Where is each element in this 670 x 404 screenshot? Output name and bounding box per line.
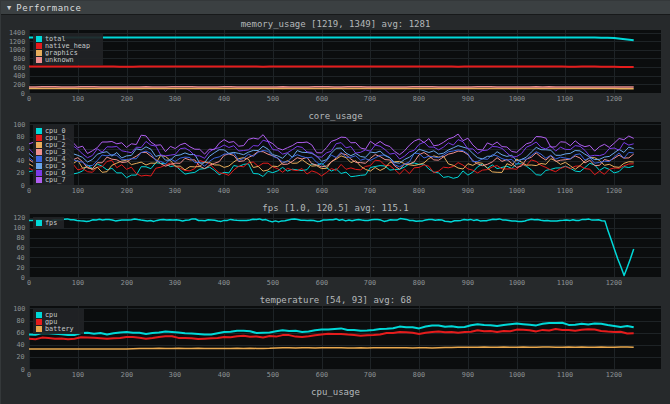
legend-swatch (36, 170, 42, 176)
x-axis-tick-label: 900 (462, 279, 474, 287)
legend-label: cpu_2 (45, 142, 65, 148)
x-axis-tick-label: 400 (218, 187, 230, 195)
legend-swatch (36, 36, 42, 42)
y-axis-tick-label: 1000 (9, 46, 25, 54)
y-axis-tick-label: 20 (17, 263, 25, 271)
x-axis-tick-label: 500 (267, 187, 279, 195)
x-axis-tick-label: 300 (169, 95, 181, 103)
plot-area[interactable]: cpu_0cpu_1cpu_2cpu_3cpu_4cpu_5cpu_6cpu_7 (29, 122, 661, 185)
y-axis-tick-label: 100 (13, 305, 25, 313)
legend-swatch (36, 220, 42, 226)
x-axis-tick-label: 400 (218, 279, 230, 287)
series-line-native_heap (29, 67, 634, 68)
performance-panel-header[interactable]: ▼ Performance (1, 1, 670, 15)
legend-label: native_heap (45, 43, 90, 49)
y-axis-tick-label: 60 (17, 244, 25, 252)
legend-label: unknown (45, 57, 74, 63)
y-axis-tick-label: 0 (21, 273, 25, 281)
legend-label: gpu (45, 319, 57, 325)
legend-item-cpu_7[interactable]: cpu_7 (36, 176, 69, 183)
y-axis-tick-label: 40 (17, 253, 25, 261)
x-axis-tick-label: 300 (169, 279, 181, 287)
y-axis-tick-label: 0 (21, 181, 25, 189)
y-axis: 020406080100 (1, 122, 29, 185)
x-axis-tick-label: 1200 (606, 279, 622, 287)
legend-label: fps (45, 220, 57, 226)
legend-swatch (36, 135, 42, 141)
legend-item-unknown[interactable]: unknown (36, 56, 98, 63)
y-axis-tick-label: 200 (13, 81, 25, 89)
legend: cpugpubattery (33, 309, 84, 334)
x-axis-tick-label: 200 (120, 95, 132, 103)
x-axis-tick-label: 1000 (508, 187, 524, 195)
performance-panel-title: Performance (16, 1, 81, 15)
plot-area[interactable]: cpugpubattery (29, 306, 661, 369)
x-axis-tick-label: 400 (218, 371, 230, 379)
x-axis-tick-label: 1000 (508, 279, 524, 287)
x-axis-tick-label: 1100 (557, 187, 573, 195)
chart-temperature: temperature [54, 93] avg: 68020406080100… (1, 294, 670, 380)
plot-svg (29, 30, 661, 93)
chart-title: core_usage (1, 110, 670, 122)
y-axis-tick-label: 100 (13, 121, 25, 129)
x-axis-tick-label: 0 (27, 371, 31, 379)
plot-area[interactable]: fps (29, 214, 661, 277)
x-axis-tick-label: 600 (315, 371, 327, 379)
chart-fps: fps [1.0, 120.5] avg: 115.10204060801001… (1, 202, 670, 288)
y-axis-tick-label: 40 (17, 157, 25, 165)
y-axis-tick-label: 120 (13, 214, 25, 222)
charts-panel: memory_usage [1219, 1349] avg: 128102004… (1, 18, 670, 398)
legend-item-cpu[interactable]: cpu (36, 311, 79, 318)
plot-area[interactable]: totalnative_heapgraphicsunknown (29, 30, 661, 93)
legend-label: cpu_3 (45, 149, 65, 155)
x-axis-tick-label: 200 (120, 371, 132, 379)
legend-label: cpu_5 (45, 163, 65, 169)
series-line-battery (29, 347, 634, 349)
chart-title: temperature [54, 93] avg: 68 (1, 294, 670, 306)
x-axis-tick-label: 600 (315, 187, 327, 195)
legend-item-fps[interactable]: fps (36, 219, 59, 226)
x-axis-tick-label: 1100 (557, 371, 573, 379)
y-axis-tick-label: 40 (17, 341, 25, 349)
plot-row: 020406080100cpugpubattery (1, 306, 670, 369)
y-axis-tick-label: 100 (13, 224, 25, 232)
x-axis-tick-label: 900 (462, 95, 474, 103)
plot-row: 020406080100120fps (1, 214, 670, 277)
legend: fps (33, 217, 64, 228)
x-axis-tick-label: 1100 (557, 95, 573, 103)
plot-row: 0200400600800100012001400totalnative_hea… (1, 30, 670, 93)
chart-title: memory_usage [1219, 1349] avg: 1281 (1, 18, 670, 30)
x-axis-tick-label: 500 (267, 95, 279, 103)
chart-core_usage: core_usage020406080100cpu_0cpu_1cpu_2cpu… (1, 110, 670, 196)
y-axis-tick-label: 400 (13, 72, 25, 80)
chart-memory_usage: memory_usage [1219, 1349] avg: 128102004… (1, 18, 670, 104)
x-axis-tick-label: 0 (27, 187, 31, 195)
x-axis-tick-label: 600 (315, 279, 327, 287)
legend-swatch (36, 312, 42, 318)
x-axis-tick-label: 1000 (508, 95, 524, 103)
y-axis-tick-label: 60 (17, 145, 25, 153)
x-axis-tick-label: 100 (72, 187, 84, 195)
x-axis-tick-label: 800 (413, 187, 425, 195)
y-axis-tick-label: 1200 (9, 37, 25, 45)
legend-label: graphics (45, 50, 78, 56)
legend-label: cpu_0 (45, 128, 65, 134)
x-axis-tick-label: 700 (364, 279, 376, 287)
y-axis: 0200400600800100012001400 (1, 30, 29, 93)
x-axis-tick-label: 500 (267, 279, 279, 287)
legend-swatch (36, 50, 42, 56)
x-axis: 0100200300400500600700800900100011001200 (29, 277, 661, 288)
y-axis-tick-label: 80 (17, 234, 25, 242)
y-axis-tick-label: 20 (17, 353, 25, 361)
legend-swatch (36, 43, 42, 49)
legend-item-battery[interactable]: battery (36, 325, 79, 332)
plot-row: 020406080100cpu_0cpu_1cpu_2cpu_3cpu_4cpu… (1, 122, 670, 185)
y-axis-tick-label: 1400 (9, 29, 25, 37)
legend-swatch (36, 128, 42, 134)
x-axis-tick-label: 200 (120, 187, 132, 195)
chart-title: fps [1.0, 120.5] avg: 115.1 (1, 202, 670, 214)
legend-swatch (36, 319, 42, 325)
legend-label: cpu_7 (45, 177, 65, 183)
x-axis-tick-label: 1200 (606, 95, 622, 103)
x-axis-tick-label: 900 (462, 187, 474, 195)
